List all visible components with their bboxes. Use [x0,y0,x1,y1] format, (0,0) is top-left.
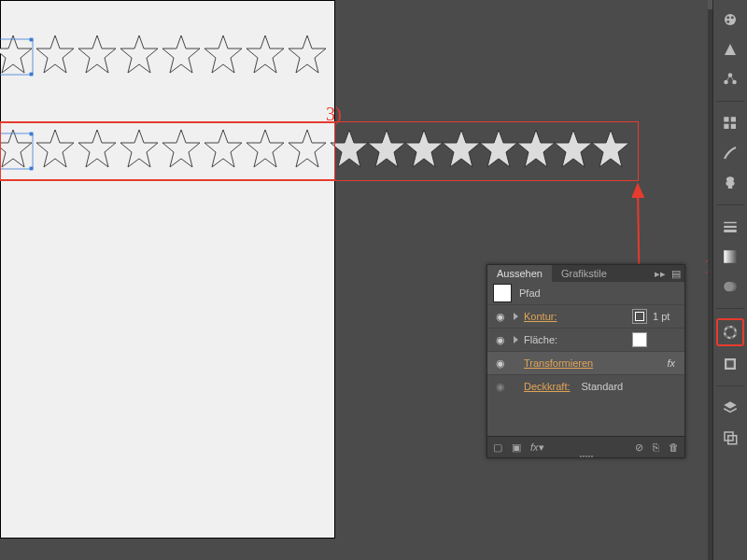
appearance-target-row: Pfad [487,282,684,304]
stroke-link[interactable]: Kontur: [524,311,557,322]
clear-icon[interactable]: ⊘ [635,441,643,454]
gradient-icon[interactable] [718,245,742,269]
panel-menu-icon[interactable]: ▤ [671,268,681,280]
tab-appearance[interactable]: Aussehen [487,265,552,282]
swatches-icon[interactable] [718,111,742,135]
svg-point-14 [731,16,734,19]
duplicate-icon[interactable]: ⎘ [653,441,659,453]
svg-rect-34 [726,360,734,368]
opacity-link[interactable]: Deckkraft: [524,381,571,392]
svg-point-15 [726,21,729,23]
stroke-swatch[interactable] [632,309,647,324]
stroke-row[interactable]: ◉ Kontur: 1 pt [487,304,684,328]
brushes-icon[interactable] [718,141,742,165]
svg-rect-21 [724,117,728,121]
eye-icon[interactable]: ◉ [493,332,508,347]
right-dock [712,0,747,560]
fill-label: Fläche: [524,334,557,345]
appearance-panel: Aussehen Grafikstile ▸▸ ▤ Pfad ◉ Kontur:… [486,264,685,458]
eye-icon[interactable]: ◉ [493,379,508,394]
svg-line-19 [726,76,731,83]
transform-effect-link[interactable]: Transformieren [524,357,593,369]
eye-icon[interactable]: ◉ [493,309,508,324]
stroke-value[interactable]: 1 pt [653,311,679,322]
graphic-styles-icon[interactable] [718,352,742,376]
trash-icon[interactable]: 🗑 [669,441,679,453]
new-fill-icon[interactable]: ▣ [512,441,521,454]
kuler-icon[interactable] [718,67,742,91]
fx-indicator: fx [667,357,675,369]
opacity-value: Standard [582,381,624,392]
svg-line-20 [730,76,735,83]
appearance-thumb [493,284,512,302]
transparency-icon[interactable] [718,274,742,299]
panel-tabs: Aussehen Grafikstile ▸▸ ▤ [487,265,684,282]
tab-graphic-styles[interactable]: Grafikstile [552,265,616,282]
layers-icon[interactable] [718,396,742,420]
eye-icon[interactable]: ◉ [493,356,508,371]
svg-point-13 [726,16,729,19]
color-guide-icon[interactable] [718,37,742,62]
effect-row[interactable]: ◉ Transformieren fx [487,351,684,374]
svg-rect-24 [731,124,736,129]
expand-icon[interactable] [514,313,518,320]
fill-row[interactable]: ◉ Fläche: [487,328,684,351]
expand-icon[interactable] [514,336,518,343]
add-effect-icon[interactable]: fx▾ [530,441,544,454]
new-stroke-icon[interactable]: ▢ [493,441,502,454]
panel-collapse-icon[interactable]: ▸▸ [655,268,666,280]
appearance-icon[interactable] [716,318,744,346]
svg-point-12 [725,14,736,25]
svg-point-30 [726,282,737,292]
svg-rect-28 [724,250,737,263]
color-palette-icon[interactable] [718,7,742,32]
panel-footer: ▢ ▣ fx▾ ⊘ ⎘ 🗑 [487,436,684,457]
panel-resize-grip[interactable] [568,455,605,459]
fill-swatch[interactable] [632,332,647,347]
appearance-target-label: Pfad [519,287,541,299]
artboards-icon[interactable] [718,426,742,450]
stroke-icon[interactable] [718,215,742,239]
svg-rect-23 [724,124,728,129]
svg-rect-22 [731,117,736,121]
symbols-icon[interactable] [718,171,742,195]
opacity-row[interactable]: ◉ Deckkraft: Standard [487,374,684,398]
